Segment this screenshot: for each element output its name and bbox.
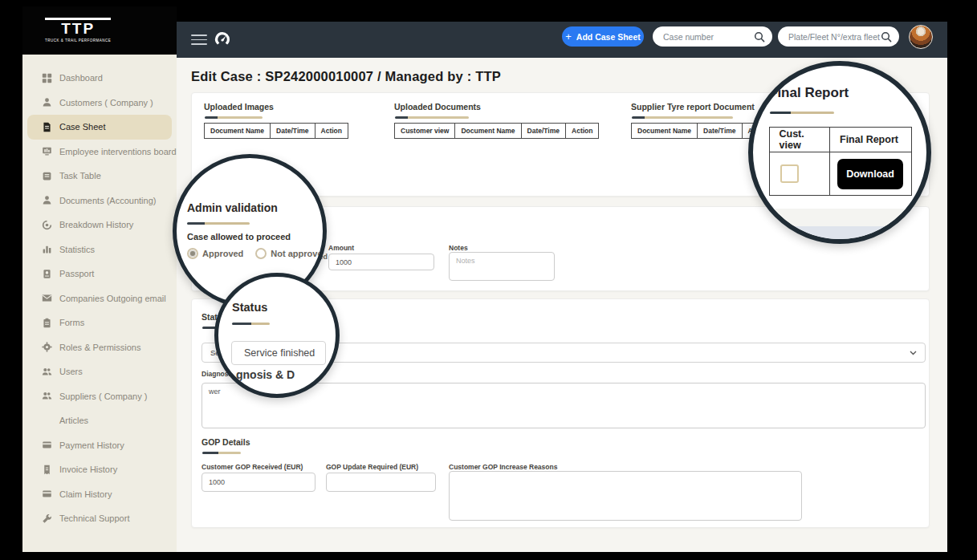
- diagnosis-label-magnified: gnosis & D: [236, 368, 295, 381]
- sidebar: Dashboard Customers ( Company ) Case She…: [22, 55, 177, 552]
- sidebar-item-dashboard[interactable]: Dashboard: [22, 66, 177, 91]
- magnifier-lens-status: Status Service finished gnosis & D: [214, 273, 340, 398]
- column-header: Date/Time: [270, 123, 315, 139]
- sidebar-item-task-table[interactable]: Task Table: [22, 164, 177, 189]
- column-header: Document Name: [454, 123, 521, 139]
- history-icon: [42, 220, 52, 230]
- sidebar-item-label: Statistics: [59, 245, 95, 254]
- sidebar-item-label: Employee interventions board: [59, 147, 177, 156]
- sidebar-item-roles-permissions[interactable]: Roles & Permissions: [22, 335, 177, 360]
- hamburger-menu-icon[interactable]: [191, 34, 207, 45]
- sidebar-item-invoice-history[interactable]: Invoice History: [22, 457, 177, 482]
- search-icon[interactable]: [881, 31, 892, 43]
- gop-reasons-label: Customer GOP Increase Reasons: [449, 463, 557, 471]
- gop-reasons-textarea[interactable]: [449, 471, 802, 521]
- case-number-search: [653, 26, 772, 47]
- case-number-input[interactable]: [663, 32, 754, 42]
- notes-textarea[interactable]: [449, 252, 555, 281]
- download-button[interactable]: Download: [837, 159, 903, 189]
- sidebar-item-label: Case Sheet: [59, 122, 105, 132]
- top-navbar: + Add Case Sheet: [177, 22, 947, 58]
- section-underline: [232, 323, 270, 325]
- sidebar-item-label: Breakdown History: [59, 220, 133, 229]
- sidebar-item-claim-history[interactable]: Claim History: [22, 482, 177, 507]
- document-icon: [42, 122, 52, 132]
- sidebar-item-articles[interactable]: Articles: [22, 408, 177, 433]
- sidebar-item-label: Invoice History: [59, 465, 117, 474]
- sidebar-item-label: Passport: [59, 269, 94, 278]
- claim-icon: [42, 489, 52, 499]
- gop-update-label: GOP Update Required (EUR): [326, 463, 418, 471]
- column-header: Document Name: [204, 123, 271, 139]
- sidebar-item-label: Claim History: [59, 489, 112, 499]
- plus-icon: +: [565, 31, 572, 42]
- sidebar-item-forms[interactable]: Forms: [22, 310, 177, 335]
- plate-fleet-input[interactable]: [788, 32, 881, 42]
- add-case-sheet-label: Add Case Sheet: [576, 32, 641, 42]
- sidebar-item-label: Companies Outgoing email: [59, 294, 166, 303]
- sidebar-item-payment-history[interactable]: Payment History: [22, 433, 177, 458]
- status-title: Status: [232, 301, 267, 314]
- approved-label: Approved: [202, 249, 243, 258]
- users-icon: [42, 367, 52, 377]
- sidebar-item-case-sheet[interactable]: Case Sheet: [27, 115, 172, 140]
- sidebar-item-outgoing-email[interactable]: Companies Outgoing email: [22, 286, 177, 311]
- search-icon[interactable]: [754, 31, 765, 43]
- section-underline: [202, 452, 241, 454]
- customer-view-checkbox[interactable]: [780, 164, 799, 183]
- column-header: Cust. view: [769, 127, 831, 153]
- final-report-cell: Download: [829, 152, 912, 196]
- add-case-sheet-button[interactable]: + Add Case Sheet: [562, 26, 644, 47]
- approved-radio[interactable]: [187, 248, 198, 259]
- app-window: TTP TRUCK & TRAIL PERFORMANCE + Add Case…: [0, 0, 977, 560]
- final-report-title: Final Report: [769, 85, 849, 101]
- sidebar-item-label: Technical Support: [59, 513, 129, 523]
- sidebar-item-technical-support[interactable]: Technical Support: [22, 506, 177, 531]
- column-header: Action: [565, 123, 599, 139]
- speedometer-icon[interactable]: [214, 30, 231, 48]
- column-header: Date/Time: [697, 123, 742, 139]
- magnifier-lens-final-report: Final Report Cust. view Final Report Dow…: [748, 61, 931, 244]
- approval-radio-group: Approved Not approved: [187, 248, 327, 259]
- section-underline: [395, 116, 469, 119]
- not-approved-label: Not approved: [271, 249, 327, 258]
- section-underline: [770, 112, 834, 114]
- sidebar-item-suppliers[interactable]: Suppliers ( Company ): [22, 384, 177, 409]
- diagnosis-textarea[interactable]: [202, 383, 926, 428]
- sidebar-item-users[interactable]: Users: [22, 359, 177, 384]
- amount-input[interactable]: [328, 254, 434, 270]
- users-icon: [42, 391, 52, 401]
- sidebar-item-passport[interactable]: Passport: [22, 262, 177, 286]
- sidebar-item-label: Payment History: [59, 440, 124, 450]
- sidebar-item-statistics[interactable]: Statistics: [22, 237, 177, 262]
- sidebar-item-label: Users: [59, 367, 83, 376]
- sidebar-item-label: Customers ( Company ): [59, 98, 153, 108]
- sidebar-item-customers[interactable]: Customers ( Company ): [22, 91, 177, 116]
- plate-fleet-search: [778, 26, 899, 47]
- sidebar-item-label: Forms: [59, 318, 84, 327]
- final-report-table: Cust. view Final Report Download: [770, 128, 913, 196]
- gop-update-input[interactable]: [326, 473, 436, 492]
- chevron-down-icon: [910, 351, 917, 355]
- logo-text: TTP: [45, 18, 111, 38]
- clipboard-icon: [42, 318, 52, 328]
- column-header: Document Name: [631, 123, 698, 139]
- column-header: Final Report: [829, 127, 912, 153]
- sidebar-item-breakdown-history[interactable]: Breakdown History: [22, 213, 177, 237]
- sidebar-item-label: Documents (Accounting): [59, 196, 156, 205]
- sidebar-item-employee-interventions[interactable]: Employee interventions board: [22, 140, 177, 164]
- sidebar-item-documents-accounting[interactable]: Documents (Accounting): [22, 189, 177, 213]
- uploaded-documents-table-header: Customer view Document Name Date/Time Ac…: [394, 123, 599, 139]
- status-select-magnified[interactable]: Service finished: [231, 341, 326, 365]
- gop-received-input[interactable]: [202, 473, 315, 492]
- uploaded-images-table-header: Document Name Date/Time Action: [204, 123, 348, 139]
- not-approved-radio[interactable]: [255, 248, 267, 259]
- notes-label: Notes: [449, 244, 468, 252]
- sidebar-item-label: Suppliers ( Company ): [59, 392, 147, 401]
- user-avatar[interactable]: [909, 25, 933, 49]
- sidebar-logo-strip: TTP TRUCK & TRAIL PERFORMANCE: [22, 6, 177, 55]
- sidebar-item-label: Dashboard: [59, 73, 103, 83]
- column-header: Customer view: [394, 123, 455, 139]
- admin-validation-title: Admin validation: [187, 201, 278, 214]
- bar-chart-icon: [42, 244, 52, 254]
